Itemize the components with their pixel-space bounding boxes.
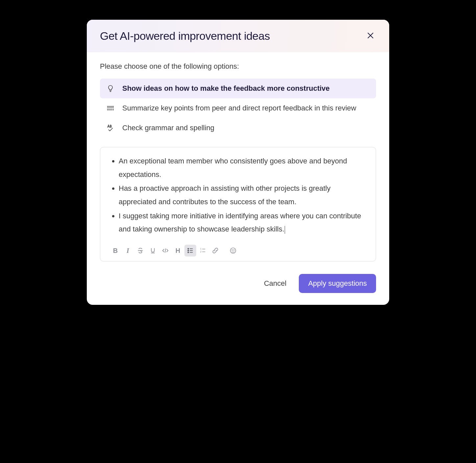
- emoji-button[interactable]: [227, 245, 239, 256]
- code-button[interactable]: [159, 245, 171, 256]
- barcode-icon: [106, 104, 115, 113]
- italic-button[interactable]: I: [122, 245, 134, 256]
- svg-text:1: 1: [200, 247, 202, 250]
- close-button[interactable]: [365, 30, 376, 42]
- link-button[interactable]: [209, 245, 221, 256]
- svg-point-19: [188, 250, 189, 251]
- close-icon: [366, 31, 375, 40]
- italic-icon: I: [127, 247, 129, 255]
- heading-icon: H: [176, 247, 180, 255]
- feedback-editor[interactable]: An exceptional team member who consisten…: [100, 147, 376, 261]
- option-label: Show ideas on how to make the feedback m…: [122, 84, 330, 93]
- svg-point-29: [232, 250, 232, 250]
- bullet-item: Has a proactive approach in assisting wi…: [119, 182, 367, 208]
- numbered-list-button[interactable]: 1 2: [197, 245, 209, 256]
- ai-improvement-modal: Get AI-powered improvement ideas Please …: [87, 20, 389, 305]
- text-cursor: [285, 226, 285, 234]
- option-label: Check grammar and spelling: [122, 124, 214, 132]
- bullet-item: An exceptional team member who consisten…: [119, 155, 367, 181]
- modal-header: Get AI-powered improvement ideas: [87, 20, 389, 52]
- modal-title: Get AI-powered improvement ideas: [100, 30, 270, 42]
- underline-icon: [149, 247, 156, 254]
- modal-body: Please choose one of the following optio…: [87, 52, 389, 271]
- spellcheck-icon: [106, 123, 115, 133]
- svg-line-17: [165, 249, 166, 253]
- editor-content[interactable]: An exceptional team member who consisten…: [109, 155, 367, 236]
- bullet-item: I suggest taking more initiative in iden…: [119, 209, 367, 236]
- option-check-grammar[interactable]: Check grammar and spelling: [100, 118, 376, 138]
- numbered-list-icon: 1 2: [199, 247, 206, 254]
- options-prompt: Please choose one of the following optio…: [100, 62, 376, 71]
- editor-toolbar: B I: [109, 245, 367, 256]
- bullet-list-button[interactable]: [184, 245, 196, 256]
- svg-point-30: [234, 250, 234, 250]
- emoji-icon: [229, 247, 237, 254]
- option-label: Summarize key points from peer and direc…: [122, 104, 356, 112]
- option-constructive-feedback[interactable]: Show ideas on how to make the feedback m…: [100, 79, 376, 98]
- apply-suggestions-button[interactable]: Apply suggestions: [299, 274, 376, 293]
- underline-button[interactable]: [147, 245, 159, 256]
- bullet-list-icon: [187, 247, 194, 254]
- svg-point-20: [188, 252, 189, 253]
- bold-button[interactable]: B: [109, 245, 121, 256]
- lightbulb-icon: [106, 84, 115, 93]
- strikethrough-button[interactable]: [134, 245, 146, 256]
- code-icon: [162, 247, 169, 254]
- svg-point-18: [188, 248, 189, 249]
- bold-icon: B: [113, 247, 118, 255]
- link-icon: [212, 247, 219, 254]
- heading-button[interactable]: H: [172, 245, 184, 256]
- svg-text:2: 2: [200, 251, 202, 254]
- option-summarize-feedback[interactable]: Summarize key points from peer and direc…: [100, 98, 376, 118]
- strikethrough-icon: [137, 247, 144, 254]
- cancel-button[interactable]: Cancel: [261, 276, 289, 291]
- options-list: Show ideas on how to make the feedback m…: [100, 79, 376, 138]
- modal-footer: Cancel Apply suggestions: [87, 271, 389, 305]
